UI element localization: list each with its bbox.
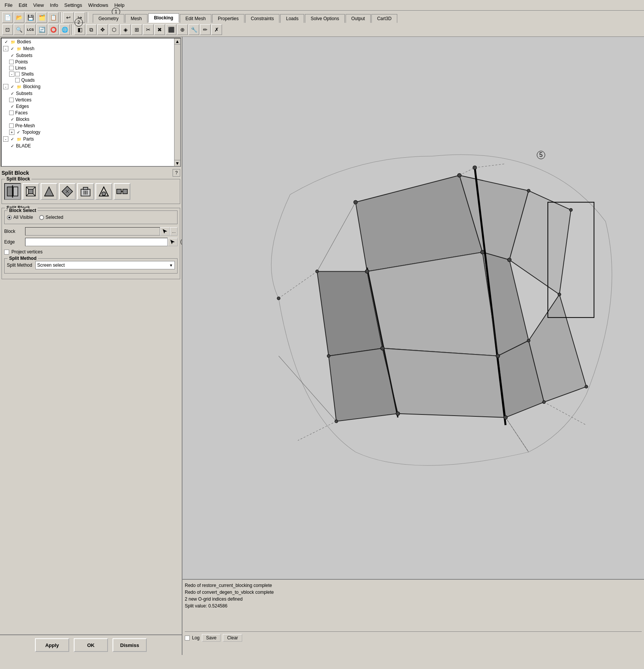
tree-item-quads[interactable]: Quads — [2, 77, 174, 83]
block-input[interactable] — [25, 227, 160, 236]
split-method-select[interactable]: Screen select ▼ — [35, 261, 175, 269]
apply-button[interactable]: Apply — [35, 638, 69, 652]
tab-constraints[interactable]: Constraints — [245, 14, 280, 23]
tree-item-shells[interactable]: - Shells — [2, 71, 174, 77]
edge-input[interactable] — [25, 238, 168, 246]
menu-info[interactable]: Info — [47, 2, 61, 9]
menu-edit[interactable]: Edit — [16, 2, 30, 9]
tree-item-parts[interactable]: - 📁 Parts — [2, 136, 174, 142]
toolbar-block-3[interactable]: ✥ — [97, 24, 108, 35]
tree-panel[interactable]: 📁 Bodies - 📁 Mesh Subsets Points — [1, 38, 181, 167]
tree-item-lines[interactable]: Lines — [2, 65, 174, 71]
tab-geometry[interactable]: Geometry — [93, 14, 124, 23]
tree-item-blade[interactable]: BLADE — [2, 142, 174, 149]
svg-point-48 — [569, 208, 573, 211]
tree-item-premesh[interactable]: Pre-Mesh — [2, 123, 174, 129]
tree-item-mesh[interactable]: - 📁 Mesh — [2, 45, 174, 52]
tree-item-subsets1[interactable]: Subsets — [2, 52, 174, 59]
split-icon-1[interactable] — [4, 183, 21, 200]
toolbar-block-13[interactable]: ✗ — [211, 24, 222, 35]
log-checkbox[interactable] — [185, 636, 190, 641]
tree-item-blocking[interactable]: - 📁 Blocking — [2, 83, 174, 90]
toolbar-lcs[interactable]: LCS — [25, 24, 36, 35]
toolbar-block-6[interactable]: ⊞ — [132, 24, 142, 35]
toolbar-zoom-sel[interactable]: 🔍 — [14, 24, 24, 35]
toolbar-save1[interactable]: 💾 — [25, 12, 36, 23]
scroll-up[interactable]: ▲ — [174, 38, 180, 44]
toolbar-undo[interactable]: ↩ — [63, 12, 74, 23]
toolbar-open[interactable]: 📂 — [14, 12, 24, 23]
tree-scrollbar[interactable]: ▲ ▼ — [174, 38, 180, 166]
tree-check-subsets2 — [9, 90, 15, 96]
ok-button[interactable]: OK — [74, 638, 108, 652]
menu-view[interactable]: View — [30, 2, 47, 9]
tab-edit-mesh[interactable]: Edit Mesh — [180, 14, 211, 23]
tree-expand-blocking[interactable]: - — [3, 84, 8, 89]
radio-all-visible[interactable]: All Visible — [7, 215, 33, 220]
toolbar-block-4[interactable]: ⬡ — [109, 24, 119, 35]
toolbar-new[interactable]: 📄 — [2, 12, 13, 23]
menu-file[interactable]: File — [2, 2, 16, 9]
tab-properties[interactable]: Properties — [212, 14, 244, 23]
toolbar-block-2[interactable]: ⧉ — [86, 24, 97, 35]
tab-mesh[interactable]: Mesh — [125, 14, 148, 23]
tab-cart3d[interactable]: Cart3D — [371, 14, 397, 23]
tree-expand-topology[interactable]: + — [9, 130, 14, 135]
toolbar-view5[interactable]: 🌐 — [59, 24, 70, 35]
menu-windows[interactable]: Windows — [85, 2, 111, 9]
toolbar-zoom-all[interactable]: ⊡ — [2, 24, 13, 35]
toolbar-save2[interactable]: 🗂️ — [36, 12, 47, 23]
block-dots-btn[interactable]: … — [170, 227, 178, 236]
toolbar-view3[interactable]: 🔄 — [36, 24, 47, 35]
toolbar-block-10[interactable]: ⊕ — [177, 24, 188, 35]
radio-selected[interactable]: Selected — [39, 215, 63, 220]
tree-label-vertices: Vertices — [15, 97, 32, 103]
tree-item-points[interactable]: Points — [2, 59, 174, 65]
tree-item-faces[interactable]: Faces — [2, 110, 174, 116]
project-vertices-row[interactable]: Project vertices — [4, 248, 178, 255]
toolbar-block-11[interactable]: 🔧 — [189, 24, 199, 35]
tree-check-lines — [9, 66, 14, 70]
toolbar-block-8[interactable]: ✖ — [154, 24, 165, 35]
split-method-label: Split Method — [7, 263, 32, 268]
tab-output[interactable]: Output — [346, 14, 371, 23]
split-icon-6[interactable] — [95, 183, 112, 200]
toolbar-block-12[interactable]: ✏ — [200, 24, 211, 35]
split-icon-5[interactable] — [77, 183, 94, 200]
radio-circle-all-visible — [7, 215, 12, 220]
tree-item-edges[interactable]: Edges — [2, 103, 174, 110]
split-icon-3[interactable] — [41, 183, 57, 200]
split-icon-7[interactable] — [114, 183, 130, 200]
scroll-down[interactable]: ▼ — [174, 160, 180, 166]
tree-expand-mesh[interactable]: - — [3, 46, 8, 51]
split-icon-4[interactable] — [59, 183, 76, 200]
menu-settings[interactable]: Settings — [61, 2, 85, 9]
toolbar-view4[interactable]: ⭕ — [48, 24, 59, 35]
tree-item-subsets2[interactable]: Subsets — [2, 90, 174, 97]
edge-pick-btn[interactable] — [168, 238, 178, 246]
tree-item-bodies[interactable]: 📁 Bodies — [2, 38, 174, 45]
tree-expand-parts[interactable]: - — [3, 136, 8, 142]
dismiss-button[interactable]: Dismiss — [113, 638, 147, 652]
viewport[interactable]: 5 — [182, 37, 644, 579]
svg-point-45 — [354, 200, 357, 204]
tab-solve-options[interactable]: Solve Options — [305, 14, 345, 23]
toolbar-block-7[interactable]: ✂ — [143, 24, 154, 35]
toolbar-block-9[interactable]: ⬛ — [166, 24, 176, 35]
toolbar-block-5[interactable]: ◈ — [120, 24, 131, 35]
tree-item-blocks[interactable]: Blocks — [2, 116, 174, 123]
edge-label: Edge — [4, 239, 25, 245]
save-log-button[interactable]: Save — [202, 634, 220, 642]
tree-expand-shells[interactable]: - — [9, 71, 14, 77]
tab-loads[interactable]: Loads — [280, 14, 304, 23]
split-icon-2[interactable] — [22, 183, 39, 200]
tab-blocking[interactable]: Blocking — [148, 13, 179, 23]
tree-check-topology — [15, 129, 21, 135]
project-vertices-check[interactable] — [4, 250, 9, 255]
help-button[interactable]: ? — [173, 169, 180, 177]
tree-item-vertices[interactable]: Vertices — [2, 97, 174, 103]
toolbar-save3[interactable]: 📋 — [48, 12, 59, 23]
tree-item-topology[interactable]: + Topology — [2, 129, 174, 136]
clear-log-button[interactable]: Clear — [223, 634, 242, 642]
block-pick-btn[interactable] — [160, 227, 170, 236]
